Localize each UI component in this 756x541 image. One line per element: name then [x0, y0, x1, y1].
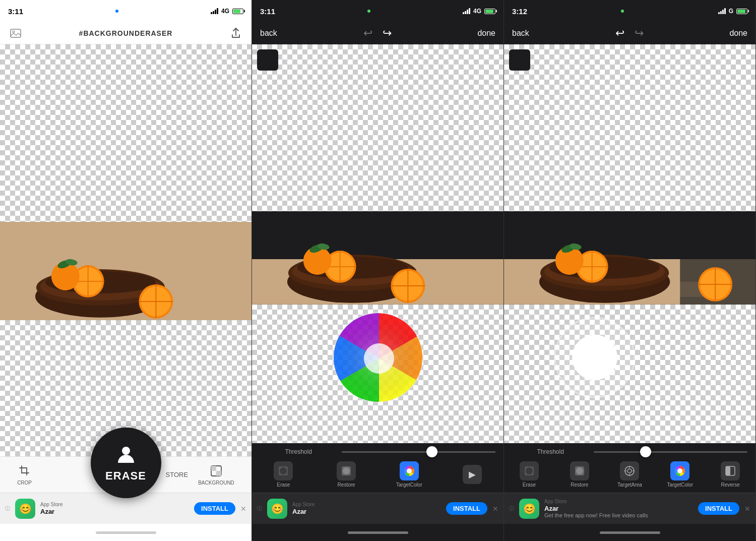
status-dot-3	[621, 10, 624, 13]
install-button-1[interactable]: INSTALL	[194, 502, 235, 515]
ad-app-icon-1: 😊	[15, 499, 35, 519]
fruit-scene-svg-1	[0, 222, 251, 320]
status-bar-1: 3:11 4G	[0, 0, 251, 22]
tool-erase-3[interactable]: Erase	[515, 461, 543, 488]
home-indicator-2	[252, 524, 503, 541]
svg-point-47	[280, 467, 287, 474]
edit-tools-row-2: Erase Restore	[252, 457, 503, 493]
color-block-2[interactable]	[257, 49, 278, 71]
home-indicator-3	[504, 524, 755, 541]
tool-background[interactable]: BACKGROUND	[192, 461, 240, 489]
canvas-area-1[interactable]	[0, 44, 251, 456]
ad-app-icon-3: 😊	[519, 499, 539, 519]
threshold-row-2: Threshold	[252, 443, 503, 457]
edit-nav-2: back ↩ ↪ done	[252, 22, 503, 44]
edit-canvas-2[interactable]	[252, 44, 503, 443]
checker-top-2	[252, 44, 503, 211]
ad-banner-2: ⓘ 😊 App Store Azar INSTALL ✕	[252, 493, 503, 524]
app-header-1: #BACKGROUNDERASER	[0, 22, 251, 44]
tool-targetcolor-3[interactable]: TargetColor	[666, 461, 694, 488]
home-bar-1	[96, 531, 156, 534]
install-button-2[interactable]: INSTALL	[446, 502, 487, 515]
share-icon[interactable]	[228, 26, 243, 41]
s3-bar-4	[724, 8, 726, 14]
slider-2[interactable]	[342, 451, 495, 453]
back-button-3[interactable]: back	[512, 29, 529, 38]
slider-thumb-3[interactable]	[640, 446, 651, 457]
ad-close-1[interactable]: ✕	[240, 505, 246, 513]
reverse-tool-icon-3	[721, 461, 740, 480]
app-title: #BACKGROUNDERASER	[79, 29, 173, 37]
done-button-3[interactable]: done	[729, 29, 747, 38]
crop-icon	[18, 464, 32, 478]
network-label-3: G	[729, 8, 733, 15]
tool-erase-2[interactable]: Erase	[270, 461, 297, 488]
done-button-2[interactable]: done	[477, 29, 495, 38]
store-area: STORE BACKGROUND	[166, 461, 240, 489]
home-indicator-1	[0, 524, 251, 541]
install-button-3[interactable]: INSTALL	[698, 502, 739, 515]
fruit-scene-svg-2	[252, 211, 503, 305]
undo-icon-2[interactable]: ↩	[363, 27, 372, 40]
erase-circle-button[interactable]: ERASE	[91, 428, 161, 498]
threshold-label-2: Threshold	[260, 448, 337, 455]
home-bar-2	[348, 531, 408, 534]
crop-label: CROP	[17, 480, 32, 486]
tool-restore-2[interactable]: Restore	[333, 461, 360, 488]
ad-store-label-1: App Store	[40, 502, 189, 507]
slider-thumb-2[interactable]	[426, 446, 437, 457]
tool-crop[interactable]: CROP	[11, 461, 38, 489]
undo-icon-3[interactable]: ↩	[615, 27, 624, 40]
reverse-label-3: Reverse	[721, 482, 739, 488]
targetcolor-tool-icon-3	[670, 461, 689, 480]
status-time-1: 3:11	[8, 7, 23, 16]
tool-targetcolor-2[interactable]: TargetColor	[395, 461, 423, 488]
nav-actions-3: ↩ ↪	[615, 27, 644, 40]
restore-label-3: Restore	[571, 482, 588, 488]
tool-more-2[interactable]: ▶	[458, 465, 486, 484]
ad-name-3: Azar	[544, 505, 693, 512]
restore-tool-label-2: Restore	[338, 482, 355, 488]
ad-text-2: App Store Azar	[292, 502, 441, 515]
checker-top-3	[504, 44, 755, 211]
erase-person-icon	[116, 444, 136, 468]
status-dot-1	[115, 10, 118, 13]
status-dot-2	[367, 10, 370, 13]
ad-close-3[interactable]: ✕	[744, 505, 750, 513]
svg-rect-0	[11, 29, 21, 37]
color-block-3[interactable]	[509, 49, 530, 71]
svg-point-74	[627, 469, 632, 473]
more-tool-icon-2: ▶	[463, 465, 482, 484]
panel-3: 3:12 G back ↩ ↪ done	[504, 0, 756, 541]
svg-point-50	[407, 468, 412, 473]
signal-bars-3	[718, 8, 726, 14]
ad-info-2: ⓘ	[257, 505, 262, 512]
redo-icon-3[interactable]: ↪	[635, 27, 644, 40]
targetcolor-tool-icon-2	[400, 461, 419, 480]
ad-info-1: ⓘ	[5, 505, 10, 512]
s2-bar-4	[469, 8, 470, 14]
ad-store-2: App Store	[292, 502, 441, 507]
svg-point-1	[13, 31, 15, 33]
panel-1: 3:11 4G #BACKGROUNDERASER	[0, 0, 252, 541]
battery-icon-2	[484, 9, 495, 14]
slider-track-3	[594, 451, 747, 453]
redo-icon-2[interactable]: ↪	[383, 27, 392, 40]
image-icon[interactable]	[8, 26, 23, 41]
s3-bar-3	[722, 10, 724, 14]
erase-label-3: Erase	[523, 482, 536, 488]
tool-targetarea-3[interactable]: TargetArea	[616, 461, 644, 488]
ad-text-1: App Store Azar	[40, 502, 189, 515]
tool-restore-3[interactable]: Restore	[565, 461, 593, 488]
svg-point-45	[364, 343, 394, 374]
home-bar-3	[600, 531, 660, 534]
back-button-2[interactable]: back	[260, 29, 277, 38]
network-label-2: 4G	[473, 8, 481, 15]
edit-canvas-3[interactable]	[504, 44, 755, 443]
tool-reverse-3[interactable]: Reverse	[717, 461, 744, 488]
network-label-1: 4G	[221, 8, 229, 15]
signal-bar-3	[215, 10, 216, 14]
ad-close-2[interactable]: ✕	[492, 505, 498, 513]
s2-bar-2	[465, 11, 466, 14]
edit-toolbar-3: Threshold Erase	[504, 443, 755, 493]
